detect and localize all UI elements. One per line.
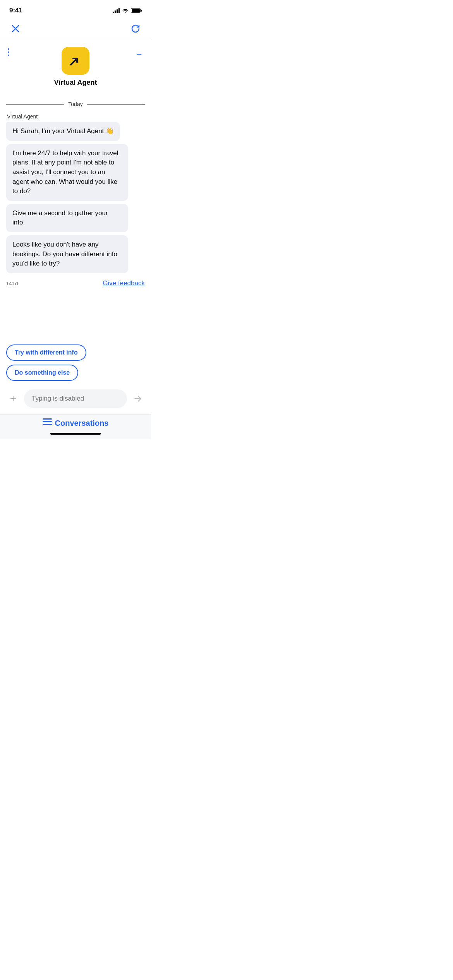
- input-add-button[interactable]: +: [6, 392, 20, 406]
- message-bubble-1: Hi Sarah, I'm your Virtual Agent 👋: [6, 122, 145, 144]
- agent-message-label: Virtual Agent: [7, 113, 145, 120]
- header-divider: [0, 93, 151, 93]
- status-bar: 9:41: [0, 0, 151, 19]
- chat-spacer: [0, 293, 151, 340]
- message-text-4: Looks like you don't have any bookings. …: [12, 241, 117, 267]
- today-line-left: [6, 104, 64, 105]
- agent-header: Virtual Agent –: [0, 39, 151, 93]
- send-button[interactable]: [131, 392, 145, 406]
- conversations-tab[interactable]: Conversations: [43, 418, 109, 428]
- chat-input[interactable]: [24, 389, 127, 408]
- do-something-else-button[interactable]: Do something else: [6, 365, 78, 381]
- message-text-3: Give me a second to gather your info.: [12, 209, 108, 226]
- agent-logo: [62, 47, 89, 75]
- chat-area: Today Virtual Agent Hi Sarah, I'm your V…: [0, 96, 151, 293]
- top-nav: [0, 19, 151, 39]
- signal-icon: [113, 8, 120, 13]
- status-icons: [113, 8, 142, 13]
- svg-rect-5: [43, 424, 52, 425]
- try-different-info-button[interactable]: Try with different info: [6, 344, 86, 361]
- minimize-button[interactable]: –: [133, 50, 145, 58]
- today-line-right: [87, 104, 145, 105]
- quick-replies: Try with different info Do something els…: [0, 340, 151, 385]
- conversations-icon: [43, 418, 52, 428]
- input-area: +: [0, 385, 151, 414]
- battery-icon: [131, 8, 142, 13]
- message-bubble-normal-2: I'm here 24/7 to help with your travel p…: [6, 144, 128, 201]
- today-divider: Today: [6, 101, 145, 107]
- message-footer: 14:51 Give feedback: [6, 279, 145, 287]
- agent-name: Virtual Agent: [54, 79, 97, 87]
- message-bubble-normal-4: Looks like you don't have any bookings. …: [6, 235, 128, 273]
- message-text-1: Hi Sarah, I'm your Virtual Agent 👋: [12, 127, 114, 135]
- give-feedback-link[interactable]: Give feedback: [103, 279, 145, 287]
- home-indicator: [50, 433, 101, 435]
- refresh-button[interactable]: [128, 21, 143, 36]
- bottom-tab-bar: Conversations: [0, 414, 151, 439]
- svg-rect-4: [43, 421, 52, 422]
- message-text-2: I'm here 24/7 to help with your travel p…: [12, 149, 118, 195]
- message-time: 14:51: [6, 281, 19, 286]
- message-bubble-first: Hi Sarah, I'm your Virtual Agent 👋: [6, 122, 120, 141]
- chat-scroll-area: Today Virtual Agent Hi Sarah, I'm your V…: [0, 96, 151, 340]
- svg-rect-3: [43, 418, 52, 420]
- header-menu-button[interactable]: [6, 47, 11, 58]
- message-bubble-3: Give me a second to gather your info.: [6, 204, 145, 235]
- conversations-label: Conversations: [55, 419, 109, 428]
- close-button[interactable]: [8, 21, 23, 36]
- today-label: Today: [68, 101, 82, 107]
- message-bubble-4: Looks like you don't have any bookings. …: [6, 235, 145, 276]
- status-time: 9:41: [9, 7, 22, 14]
- message-bubble-2: I'm here 24/7 to help with your travel p…: [6, 144, 145, 204]
- wifi-icon: [122, 8, 129, 13]
- message-bubble-normal-3: Give me a second to gather your info.: [6, 204, 128, 232]
